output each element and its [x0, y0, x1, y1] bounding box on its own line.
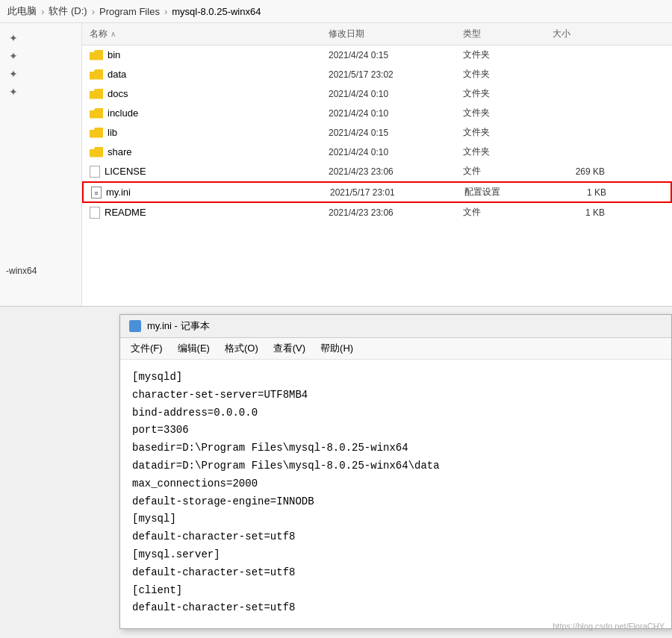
- menu-view[interactable]: 查看(V): [269, 340, 310, 357]
- sidebar-folder-label[interactable]: -winx64: [6, 266, 37, 276]
- notepad-content[interactable]: [mysqld] character-set-server=UTF8MB4 bi…: [120, 360, 671, 628]
- file-type: 文件: [463, 165, 553, 178]
- file-name: my.ini: [106, 187, 131, 198]
- breadcrumb-item-drive[interactable]: 软件 (D:): [49, 4, 87, 18]
- ini-icon: ≡: [91, 187, 102, 198]
- file-name: data: [108, 69, 126, 80]
- col-header-date: 修改日期: [329, 28, 463, 40]
- file-type: 文件夹: [463, 68, 553, 81]
- table-row[interactable]: share 2021/4/24 0:10 文件夹: [82, 143, 672, 162]
- breadcrumb-sep-3: ›: [164, 6, 167, 17]
- col-header-size: 大小: [553, 28, 612, 40]
- breadcrumb-item-progfiles[interactable]: Program Files: [99, 6, 160, 17]
- menu-format[interactable]: 格式(O): [220, 340, 263, 357]
- folder-icon: [90, 108, 103, 119]
- file-date: 2021/5/17 23:02: [329, 69, 463, 80]
- table-row[interactable]: bin 2021/4/24 0:15 文件夹: [82, 46, 672, 65]
- menu-edit[interactable]: 编辑(E): [173, 340, 214, 357]
- breadcrumb-item-pc[interactable]: 此电脑: [7, 4, 37, 18]
- file-name: lib: [108, 127, 117, 138]
- file-size: 1 KB: [554, 187, 614, 198]
- file-date: 2021/4/24 0:10: [329, 89, 463, 99]
- file-type: 文件夹: [463, 126, 553, 139]
- file-size: 1 KB: [553, 207, 612, 218]
- file-name-cell: README: [90, 207, 329, 219]
- notepad-menubar: 文件(F) 编辑(E) 格式(O) 查看(V) 帮助(H): [120, 338, 671, 360]
- file-date: 2021/4/24 0:15: [329, 128, 463, 138]
- file-type: 文件夹: [463, 146, 553, 158]
- pin-icon-2[interactable]: ✦: [0, 47, 27, 65]
- table-row[interactable]: ≡ my.ini 2021/5/17 23:01 配置设置 1 KB: [82, 181, 672, 203]
- file-explorer: ✦ ✦ ✦ ✦ -winx64 名称 ∧ 修改日期 类型 大小 bin 2021…: [0, 23, 672, 307]
- doc-icon: [90, 166, 100, 178]
- file-list: 名称 ∧ 修改日期 类型 大小 bin 2021/4/24 0:15 文件夹 d…: [82, 23, 672, 306]
- file-name: include: [108, 107, 138, 119]
- col-header-name[interactable]: 名称 ∧: [90, 28, 329, 40]
- folder-icon: [90, 69, 103, 80]
- breadcrumb-sep-2: ›: [92, 6, 95, 17]
- file-type: 文件: [463, 206, 553, 219]
- file-date: 2021/4/23 23:06: [329, 166, 463, 177]
- table-row[interactable]: LICENSE 2021/4/23 23:06 文件 269 KB: [82, 162, 672, 181]
- file-size: 269 KB: [553, 166, 612, 177]
- file-name-cell: lib: [90, 127, 329, 138]
- pin-icon-4[interactable]: ✦: [0, 83, 27, 101]
- file-name-cell: ≡ my.ini: [91, 187, 330, 198]
- notepad-title: my.ini - 记事本: [147, 319, 210, 333]
- folder-icon: [90, 50, 103, 60]
- folder-icon: [90, 89, 103, 99]
- breadcrumb-sep-1: ›: [41, 6, 44, 17]
- doc-icon: [90, 207, 100, 219]
- file-date: 2021/4/24 0:10: [329, 147, 463, 157]
- file-date: 2021/4/24 0:10: [329, 108, 463, 119]
- file-date: 2021/4/24 0:15: [329, 50, 463, 60]
- file-type: 文件夹: [463, 49, 553, 61]
- file-name: LICENSE: [105, 166, 146, 177]
- file-name-cell: data: [90, 69, 329, 80]
- watermark: https://blog.csdn.net/FloraCHY: [553, 622, 665, 631]
- file-name-cell: include: [90, 107, 329, 119]
- table-row[interactable]: lib 2021/4/24 0:15 文件夹: [82, 123, 672, 143]
- file-date: 2021/4/23 23:06: [329, 207, 463, 218]
- sort-arrow-icon: ∧: [111, 30, 116, 38]
- sidebar: ✦ ✦ ✦ ✦ -winx64: [0, 23, 82, 306]
- table-row[interactable]: data 2021/5/17 23:02 文件夹: [82, 65, 672, 84]
- file-name: share: [108, 146, 132, 157]
- notepad-app-icon: [129, 320, 141, 332]
- pin-icon-1[interactable]: ✦: [0, 29, 27, 47]
- file-name-cell: LICENSE: [90, 166, 329, 178]
- col-header-type: 类型: [463, 28, 553, 40]
- table-row[interactable]: include 2021/4/24 0:10 文件夹: [82, 104, 672, 123]
- file-type: 文件夹: [463, 107, 553, 119]
- file-name-cell: bin: [90, 49, 329, 60]
- file-name: README: [105, 207, 146, 218]
- notepad-titlebar: my.ini - 记事本: [120, 315, 671, 338]
- table-row[interactable]: README 2021/4/23 23:06 文件 1 KB: [82, 203, 672, 222]
- folder-icon: [90, 147, 103, 157]
- menu-help[interactable]: 帮助(H): [316, 340, 358, 357]
- folder-icon: [90, 128, 103, 138]
- file-date: 2021/5/17 23:01: [330, 187, 464, 198]
- file-name-cell: docs: [90, 88, 329, 99]
- file-type: 文件夹: [463, 87, 553, 100]
- file-name: bin: [108, 49, 120, 60]
- notepad-window: my.ini - 记事本 文件(F) 编辑(E) 格式(O) 查看(V) 帮助(…: [119, 314, 672, 629]
- file-rows: bin 2021/4/24 0:15 文件夹 data 2021/5/17 23…: [82, 46, 672, 222]
- file-name-cell: share: [90, 146, 329, 157]
- menu-file[interactable]: 文件(F): [126, 340, 167, 357]
- pin-icon-3[interactable]: ✦: [0, 65, 27, 83]
- column-header: 名称 ∧ 修改日期 类型 大小: [82, 23, 672, 46]
- file-name: docs: [108, 88, 128, 99]
- breadcrumb: 此电脑 › 软件 (D:) › Program Files › mysql-8.…: [0, 0, 672, 23]
- breadcrumb-item-current: mysql-8.0.25-winx64: [172, 6, 261, 17]
- file-type: 配置设置: [464, 186, 554, 198]
- table-row[interactable]: docs 2021/4/24 0:10 文件夹: [82, 84, 672, 104]
